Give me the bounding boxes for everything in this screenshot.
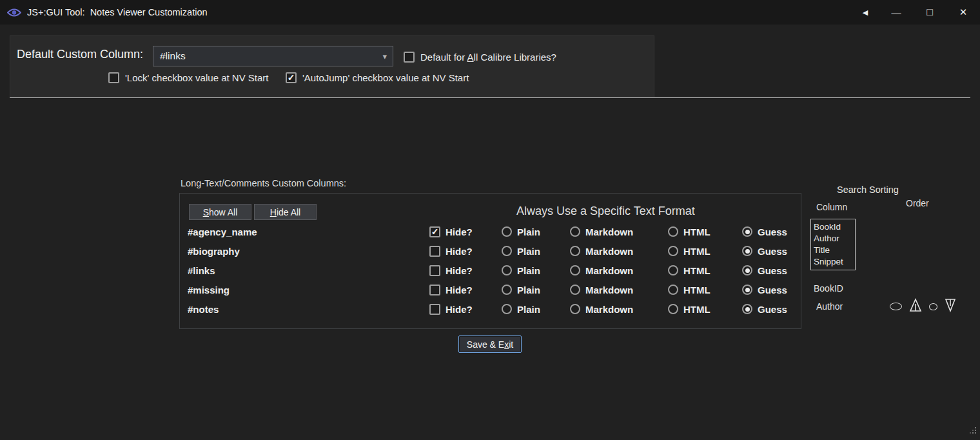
autojump-checkbox[interactable]: 'AutoJump' checkbox value at NV Start [286,72,469,83]
radio-icon[interactable] [570,226,580,237]
radio-icon[interactable] [668,246,678,256]
format-radio-plain[interactable]: Plain [502,226,570,237]
format-radio-guess[interactable]: Guess [742,285,793,295]
hide-checkbox-box[interactable] [429,246,440,257]
radio-icon[interactable] [668,265,678,275]
hide-all-button[interactable]: Hide All [254,204,317,220]
radio-icon[interactable] [502,265,512,275]
radio-icon[interactable] [668,226,678,237]
format-radio-guess[interactable]: Guess [742,265,793,276]
radio-icon[interactable] [570,265,580,275]
sort-row-bookid-label: BookID [814,283,843,294]
custom-column-row: #biography Hide? Plain Markdown HTML Gue… [188,241,793,261]
default-all-libraries-checkbox-box[interactable] [404,52,415,63]
radio-icon[interactable] [742,246,752,256]
dropdown-value: #links [160,50,186,62]
radio-icon[interactable] [570,246,580,256]
window-title: JS+:GUI Tool: Notes Viewer Customization [27,7,208,17]
hide-checkbox[interactable]: Hide? [429,265,502,276]
format-radio-label: Markdown [585,246,633,257]
hide-checkbox-label: Hide? [446,226,473,237]
column-name-label: #notes [188,304,429,315]
radio-icon[interactable] [742,226,752,237]
format-radio-markdown[interactable]: Markdown [570,226,668,237]
format-radio-markdown[interactable]: Markdown [570,285,668,295]
radio-icon[interactable] [570,285,580,295]
format-radio-label: Guess [758,285,787,295]
format-radio-label: Markdown [585,285,633,295]
sort-column-list-item[interactable]: Snippet [814,256,855,268]
default-all-libraries-checkbox[interactable]: Default for All Calibre Libraries? [404,52,556,63]
radio-icon[interactable] [668,285,678,295]
sort-column-list-item[interactable]: BookId [814,221,855,233]
lock-checkbox[interactable]: 'Lock' checkbox value at NV Start [108,72,269,83]
format-radio-guess[interactable]: Guess [742,304,793,315]
back-icon[interactable]: ◀ [851,0,879,25]
lock-checkbox-box[interactable] [108,72,119,83]
format-radio-guess[interactable]: Guess [742,246,793,257]
format-radio-html[interactable]: HTML [668,304,742,315]
sort-column-list[interactable]: BookId Author Title Snippet [810,219,856,270]
sort-order-controls [890,298,956,315]
autojump-checkbox-label: 'AutoJump' checkbox value at NV Start [302,72,469,83]
hide-checkbox[interactable]: Hide? [429,246,502,257]
sort-column-list-item[interactable]: Author [814,233,855,245]
sort-column-list-item[interactable]: Title [814,245,855,256]
column-name-label: #links [188,265,429,276]
format-radio-plain[interactable]: Plain [502,246,570,257]
custom-column-row: #notes Hide? Plain Markdown HTML Guess [188,299,793,319]
autojump-checkbox-box[interactable] [286,72,297,83]
hide-checkbox[interactable]: Hide? [429,304,502,315]
format-radio-plain[interactable]: Plain [502,265,570,276]
hide-checkbox-box[interactable] [429,265,440,276]
format-radio-label: Markdown [585,265,633,276]
show-all-button[interactable]: Show All [189,204,251,220]
custom-column-row: #agency_name Hide? Plain Markdown HTML G… [188,222,793,241]
format-radio-label: Plain [517,285,540,295]
format-radio-label: Guess [758,304,787,315]
hide-checkbox-box[interactable] [429,226,440,237]
hide-checkbox-label: Hide? [446,246,473,257]
radio-icon[interactable] [502,285,512,295]
radio-icon[interactable] [502,226,512,237]
title-bar: JS+:GUI Tool: Notes Viewer Customization… [0,0,980,25]
resize-grip[interactable] [968,426,977,437]
radio-icon[interactable] [742,265,752,275]
separator-line [10,97,970,98]
hide-checkbox[interactable]: Hide? [429,285,502,295]
save-exit-button[interactable]: Save & Exit [458,335,522,353]
radio-icon[interactable] [502,246,512,256]
custom-columns-rows: #agency_name Hide? Plain Markdown HTML G… [188,222,793,319]
sort-descending-radio[interactable] [929,303,937,310]
search-sorting-title: Search Sorting [837,185,899,195]
radio-icon[interactable] [502,304,512,314]
radio-icon[interactable] [742,285,752,295]
format-radio-guess[interactable]: Guess [742,226,793,237]
minimize-icon[interactable]: — [879,0,913,25]
hide-checkbox-label: Hide? [446,285,473,295]
format-radio-markdown[interactable]: Markdown [570,265,668,276]
format-radio-html[interactable]: HTML [668,265,742,276]
close-icon[interactable]: ✕ [946,0,980,25]
hide-checkbox-box[interactable] [429,285,440,295]
default-column-dropdown[interactable]: #links ▾ [153,46,393,66]
sort-ascending-radio[interactable] [890,303,902,310]
format-radio-html[interactable]: HTML [668,246,742,257]
hide-checkbox-box[interactable] [429,304,440,315]
format-header: Always Use a Specific Text Format [516,205,695,218]
maximize-icon[interactable]: □ [913,0,946,25]
sort-descending-icon [945,297,956,315]
format-radio-markdown[interactable]: Markdown [570,246,668,257]
format-radio-plain[interactable]: Plain [502,285,570,295]
format-radio-html[interactable]: HTML [668,226,742,237]
hide-checkbox[interactable]: Hide? [429,226,502,237]
hide-checkbox-label: Hide? [446,265,473,276]
radio-icon[interactable] [668,304,678,314]
format-radio-markdown[interactable]: Markdown [570,304,668,315]
lock-checkbox-label: 'Lock' checkbox value at NV Start [125,72,269,83]
radio-icon[interactable] [570,304,580,314]
radio-icon[interactable] [742,304,752,314]
format-radio-plain[interactable]: Plain [502,304,570,315]
format-radio-label: Plain [517,246,540,257]
format-radio-html[interactable]: HTML [668,285,742,295]
